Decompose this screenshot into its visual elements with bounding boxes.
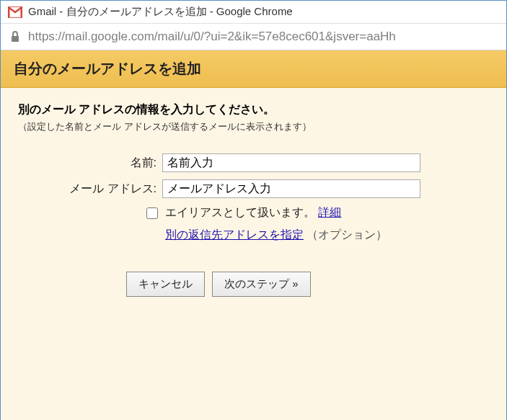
svg-rect-1 — [12, 36, 19, 42]
reply-row: 別の返信先アドレスを指定 （オプション） — [18, 228, 489, 243]
optional-text: （オプション） — [307, 228, 387, 241]
url-text: https://mail.google.com/mail/u/0/?ui=2&i… — [28, 30, 396, 44]
details-link[interactable]: 詳細 — [318, 205, 341, 220]
page-content: 自分のメールアドレスを追加 別のメール アドレスの情報を入力してください。 （設… — [1, 50, 506, 419]
page-title: 自分のメールアドレスを追加 — [14, 59, 493, 79]
email-input[interactable] — [162, 179, 420, 198]
browser-window: Gmail - 自分のメールアドレスを追加 - Google Chrome ht… — [0, 0, 507, 420]
titlebar: Gmail - 自分のメールアドレスを追加 - Google Chrome — [1, 1, 506, 24]
name-input[interactable] — [162, 153, 420, 172]
name-row: 名前: — [18, 153, 489, 172]
lock-icon — [9, 31, 21, 43]
alias-label: エイリアスとして扱います。 — [165, 205, 315, 220]
alias-checkbox[interactable] — [146, 207, 158, 219]
form-body: 別のメール アドレスの情報を入力してください。 （設定した名前とメール アドレス… — [1, 88, 506, 420]
email-row: メール アドレス: — [18, 179, 489, 198]
button-row: キャンセル 次のステップ » — [18, 272, 489, 297]
sub-instruction-text: （設定した名前とメール アドレスが送信するメールに表示されます） — [18, 120, 489, 133]
name-label: 名前: — [18, 156, 162, 171]
page-header: 自分のメールアドレスを追加 — [1, 50, 506, 88]
alias-row: エイリアスとして扱います。 詳細 — [18, 205, 489, 220]
reply-address-link[interactable]: 別の返信先アドレスを指定 — [165, 228, 304, 241]
email-label: メール アドレス: — [18, 182, 162, 197]
cancel-button[interactable]: キャンセル — [126, 272, 205, 297]
gmail-icon — [8, 6, 22, 18]
window-title: Gmail - 自分のメールアドレスを追加 - Google Chrome — [28, 5, 293, 19]
next-step-button[interactable]: 次のステップ » — [212, 272, 311, 297]
instruction-text: 別のメール アドレスの情報を入力してください。 — [18, 102, 489, 117]
addressbar[interactable]: https://mail.google.com/mail/u/0/?ui=2&i… — [1, 24, 506, 50]
